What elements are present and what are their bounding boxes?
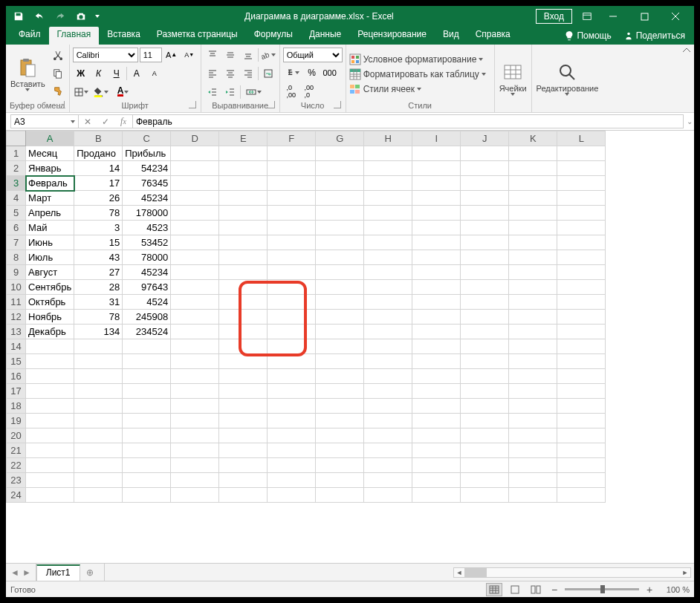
cell-L23[interactable]	[557, 473, 606, 488]
cell-J16[interactable]	[461, 369, 509, 384]
row-header-4[interactable]: 4	[7, 191, 26, 206]
row-header-6[interactable]: 6	[7, 221, 26, 235]
cell-J11[interactable]	[461, 295, 509, 310]
cell-B2[interactable]: 14	[74, 161, 123, 176]
expand-formula-bar-button[interactable]: ⌄	[687, 117, 693, 126]
cell-A13[interactable]: Декабрь	[26, 325, 74, 339]
share-button[interactable]: Поделиться	[619, 30, 690, 41]
cell-L3[interactable]	[557, 176, 606, 191]
cell-C18[interactable]	[123, 399, 171, 414]
cell-J10[interactable]	[461, 280, 509, 295]
cell-E16[interactable]	[219, 369, 268, 384]
underline-button[interactable]: Ч	[108, 65, 125, 82]
cell-E24[interactable]	[219, 488, 268, 503]
cell-I15[interactable]	[412, 354, 461, 369]
cell-K9[interactable]	[509, 265, 557, 280]
cell-K22[interactable]	[509, 458, 557, 473]
cell-A2[interactable]: Январь	[26, 161, 74, 176]
font-shrink-button[interactable]: A	[146, 65, 163, 82]
cell-E2[interactable]	[219, 161, 268, 176]
row-header-1[interactable]: 1	[7, 146, 26, 161]
cell-G12[interactable]	[316, 310, 364, 325]
cell-K6[interactable]	[509, 221, 557, 235]
cell-A16[interactable]	[26, 369, 74, 384]
cell-J4[interactable]	[461, 191, 509, 206]
italic-button[interactable]: К	[91, 65, 107, 82]
cell-K19[interactable]	[509, 414, 557, 428]
cell-B5[interactable]: 78	[74, 206, 123, 221]
cell-L21[interactable]	[557, 443, 606, 458]
cell-I11[interactable]	[412, 295, 461, 310]
cell-F2[interactable]	[268, 161, 316, 176]
cell-B24[interactable]	[74, 488, 123, 503]
cell-L14[interactable]	[557, 339, 606, 354]
orientation-button[interactable]: ab	[260, 47, 276, 63]
editing-button[interactable]: Редактирование	[535, 60, 600, 96]
col-header-J[interactable]: J	[461, 131, 509, 146]
cell-F9[interactable]	[268, 265, 316, 280]
cell-D14[interactable]	[171, 339, 219, 354]
sheet-nav[interactable]: ◄ ►	[6, 564, 36, 581]
cell-C15[interactable]	[123, 354, 171, 369]
row-header-12[interactable]: 12	[7, 310, 26, 325]
format-painter-button[interactable]	[50, 83, 66, 100]
row-header-5[interactable]: 5	[7, 206, 26, 221]
cancel-formula-button[interactable]: ✕	[79, 117, 97, 127]
cell-E17[interactable]	[219, 384, 268, 399]
cell-D10[interactable]	[171, 280, 219, 295]
cell-B20[interactable]	[74, 428, 123, 443]
cell-G3[interactable]	[316, 176, 364, 191]
col-header-C[interactable]: C	[123, 131, 171, 146]
cell-I23[interactable]	[412, 473, 461, 488]
cell-B16[interactable]	[74, 369, 123, 384]
cell-F11[interactable]	[268, 295, 316, 310]
cell-L4[interactable]	[557, 191, 606, 206]
cell-C24[interactable]	[123, 488, 171, 503]
cell-B15[interactable]	[74, 354, 123, 369]
cell-D19[interactable]	[171, 414, 219, 428]
tab-view[interactable]: Вид	[435, 27, 467, 45]
percent-button[interactable]: %	[304, 65, 320, 81]
cell-L9[interactable]	[557, 265, 606, 280]
tab-data[interactable]: Данные	[301, 27, 349, 45]
cell-G14[interactable]	[316, 339, 364, 354]
cell-G6[interactable]	[316, 221, 364, 235]
cell-G13[interactable]	[316, 325, 364, 339]
cell-I13[interactable]	[412, 325, 461, 339]
cell-K21[interactable]	[509, 443, 557, 458]
cell-H7[interactable]	[364, 235, 412, 250]
zoom-in-button[interactable]: +	[644, 584, 655, 596]
cell-A1[interactable]: Месяц	[26, 146, 74, 161]
cell-D2[interactable]	[171, 161, 219, 176]
row-header-7[interactable]: 7	[7, 235, 26, 250]
cell-A7[interactable]: Июнь	[26, 235, 74, 250]
row-header-20[interactable]: 20	[7, 428, 26, 443]
comma-button[interactable]: 000	[322, 65, 338, 81]
cell-I7[interactable]	[412, 235, 461, 250]
cell-J12[interactable]	[461, 310, 509, 325]
tab-insert[interactable]: Вставка	[99, 27, 149, 45]
cell-F8[interactable]	[268, 250, 316, 265]
cell-B21[interactable]	[74, 443, 123, 458]
cell-C14[interactable]	[123, 339, 171, 354]
row-header-13[interactable]: 13	[7, 325, 26, 339]
col-header-F[interactable]: F	[268, 131, 316, 146]
cell-D24[interactable]	[171, 488, 219, 503]
row-header-9[interactable]: 9	[7, 265, 26, 280]
cell-B4[interactable]: 26	[74, 191, 123, 206]
bold-button[interactable]: Ж	[73, 65, 89, 82]
enter-formula-button[interactable]: ✓	[97, 117, 114, 127]
cell-D11[interactable]	[171, 295, 219, 310]
cell-F7[interactable]	[268, 235, 316, 250]
cell-B17[interactable]	[74, 384, 123, 399]
cell-I14[interactable]	[412, 339, 461, 354]
insert-function-button[interactable]: fx	[114, 116, 132, 127]
cell-C19[interactable]	[123, 414, 171, 428]
page-layout-view-button[interactable]	[507, 583, 523, 596]
cell-F6[interactable]	[268, 221, 316, 235]
cell-G22[interactable]	[316, 458, 364, 473]
tab-home[interactable]: Главная	[49, 27, 100, 45]
cell-H6[interactable]	[364, 221, 412, 235]
cell-H11[interactable]	[364, 295, 412, 310]
copy-button[interactable]	[50, 65, 66, 82]
